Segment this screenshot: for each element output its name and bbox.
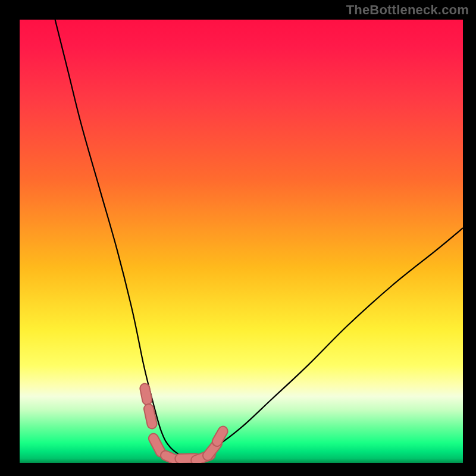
curve-layer	[20, 20, 463, 463]
watermark-label: TheBottleneck.com	[346, 2, 469, 18]
curve-markers	[145, 389, 223, 462]
bottleneck-curve	[55, 20, 463, 458]
curve-marker	[145, 389, 147, 400]
curve-marker	[149, 409, 152, 424]
chart-frame: TheBottleneck.com	[0, 0, 476, 476]
curve-marker	[217, 431, 223, 441]
plot-area	[20, 20, 463, 463]
